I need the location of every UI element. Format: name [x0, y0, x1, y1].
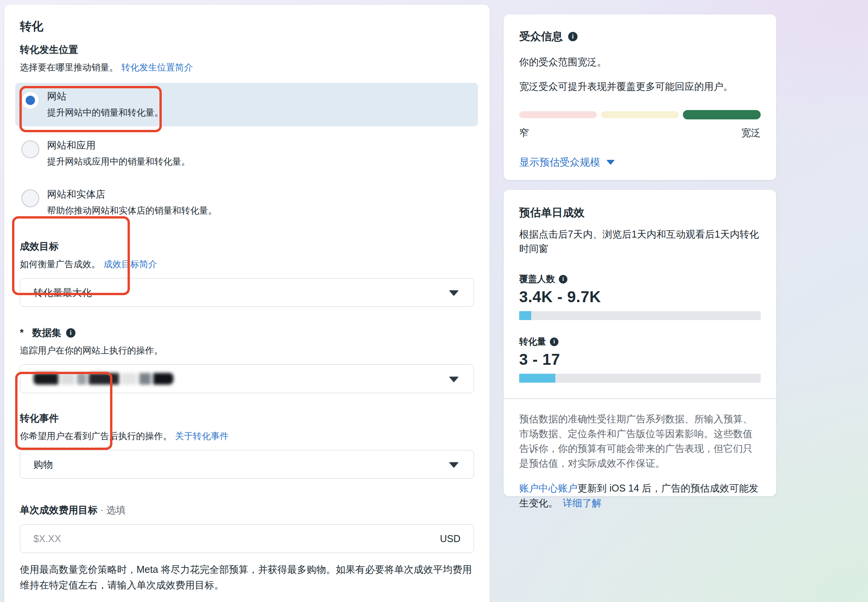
accounts-center-link[interactable]: 账户中心账户 [519, 483, 578, 494]
radio-option-website-and-store[interactable]: 网站和实体店 帮助你推动网站和实体店的销量和转化量。 [15, 181, 478, 224]
currency-label: USD [440, 533, 460, 544]
info-icon[interactable]: i [66, 328, 75, 338]
radio-option-texts: 网站和应用 提升网站或应用中的销量和转化量。 [47, 139, 190, 168]
required-asterisk: * [20, 327, 24, 338]
audience-breadth-meter [519, 110, 761, 119]
cost-goal-helper-text: 使用最高数量竞价策略时，Meta 将尽力花完全部预算，并获得最多购物。如果有必要… [20, 562, 474, 593]
radio-option-description: 提升网站中的销量和转化量。 [47, 107, 163, 119]
conversion-event-heading: 转化事件 [20, 412, 474, 425]
radio-unchecked-icon[interactable] [21, 189, 39, 207]
audience-breadth-statement: 你的受众范围宽泛。 [519, 56, 761, 68]
radio-option-description: 帮助你推动网站和实体店的销量和转化量。 [47, 205, 217, 217]
audience-breadth-explanation: 宽泛受众可提升表现并覆盖更多可能回应的用户。 [519, 80, 761, 93]
radio-option-website-and-app[interactable]: 网站和应用 提升网站或应用中的销量和转化量。 [15, 132, 478, 175]
optional-label: · 选填 [100, 504, 126, 515]
performance-goal-description: 如何衡量广告成效。成效目标简介 [20, 258, 474, 270]
info-icon[interactable]: i [559, 275, 567, 284]
cost-per-result-section: 单次成效费用目标 · 选填 $X.XX USD 使用最高数量竞价策略时，Meta… [20, 504, 474, 593]
conversion-event-select[interactable]: 购物 [20, 450, 474, 479]
conversion-location-section: 转化发生位置 选择要在哪里推动销量。转化发生位置简介 网站 提升网站中的销量和转… [20, 43, 474, 224]
cost-goal-placeholder: $X.XX [33, 533, 440, 544]
reach-label-text: 覆盖人数 [519, 273, 555, 285]
performance-goal-selected-value: 转化量最大化 [33, 286, 92, 299]
info-icon[interactable]: i [550, 338, 558, 346]
conversion-location-heading: 转化发生位置 [20, 43, 474, 56]
learn-more-link[interactable]: 详细了解 [563, 497, 602, 508]
conversion-window-subtitle: 根据点击后7天内、浏览后1天内和互动观看后1天内转化时间窗 [519, 227, 761, 256]
conversion-location-description-text: 选择要在哪里推动销量。 [20, 62, 118, 72]
show-audience-size-link[interactable]: 显示预估受众规模 [519, 156, 615, 169]
meter-segment-narrow [519, 111, 597, 118]
chevron-down-icon [449, 290, 459, 296]
performance-goal-section: 成效目标 如何衡量广告成效。成效目标简介 转化量最大化 [20, 240, 474, 307]
panel-title: 转化 [20, 19, 474, 35]
cost-per-result-heading: 单次成效费用目标 · 选填 [20, 504, 474, 516]
info-icon[interactable]: i [568, 32, 578, 41]
conversion-settings-panel: 转化 转化发生位置 选择要在哪里推动销量。转化发生位置简介 网站 提升网站中的销… [4, 5, 490, 602]
performance-goal-heading: 成效目标 [20, 240, 474, 253]
estimate-disclaimer: 预估数据的准确性受往期广告系列数据、所输入预算、市场数据、定位条件和广告版位等因… [519, 411, 761, 471]
ios14-note: 账户中心账户更新到 iOS 14 后，广告的预估成效可能发生变化。详细了解 [519, 481, 761, 510]
conversion-event-about-link[interactable]: 关于转化事件 [175, 431, 229, 441]
conversions-metric: 转化量 i 3 - 17 [519, 336, 761, 383]
scale-label-narrow: 窄 [519, 126, 529, 139]
estimated-results-title: 预估单日成效 [519, 205, 761, 220]
dataset-select[interactable] [20, 364, 474, 393]
audience-scale-labels: 窄 宽泛 [519, 126, 761, 139]
dataset-section: * 数据集 i 追踪用户在你的网站上执行的操作。 [20, 326, 474, 393]
meter-segment-broad-active [683, 110, 761, 119]
conversion-event-selected-value: 购物 [33, 458, 53, 471]
radio-option-texts: 网站和实体店 帮助你推动网站和实体店的销量和转化量。 [47, 188, 217, 217]
reach-metric-value: 3.4K - 9.7K [519, 288, 761, 306]
audience-info-title-text: 受众信息 [519, 29, 563, 44]
card-divider [504, 398, 776, 399]
estimated-daily-results-card: 预估单日成效 根据点击后7天内、浏览后1天内和互动观看后1天内转化时间窗 覆盖人… [504, 190, 776, 496]
radio-option-texts: 网站 提升网站中的销量和转化量。 [47, 90, 163, 119]
radio-option-label: 网站和应用 [47, 139, 190, 152]
conversion-location-intro-link[interactable]: 转化发生位置简介 [121, 62, 193, 72]
conversions-label-text: 转化量 [519, 336, 546, 348]
meter-segment-medium [601, 111, 679, 118]
dataset-heading: * 数据集 i [20, 326, 474, 339]
show-audience-size-label: 显示预估受众规模 [519, 156, 600, 169]
audience-info-card: 受众信息 i 你的受众范围宽泛。 宽泛受众可提升表现并覆盖更多可能回应的用户。 … [504, 14, 776, 180]
conversions-metric-label: 转化量 i [519, 336, 761, 348]
performance-goal-description-text: 如何衡量广告成效。 [20, 259, 100, 269]
conversions-metric-bar [519, 374, 761, 383]
caret-down-icon [606, 160, 615, 165]
conversion-event-description: 你希望用户在看到广告后执行的操作。关于转化事件 [20, 430, 474, 442]
cost-per-result-heading-text: 单次成效费用目标 [20, 504, 98, 515]
redacted-dataset-value [33, 373, 173, 385]
conversions-metric-value: 3 - 17 [519, 351, 761, 368]
audience-info-title: 受众信息 i [519, 29, 761, 44]
reach-metric-bar-fill [519, 311, 531, 320]
reach-metric-bar [519, 311, 761, 320]
performance-goal-intro-link[interactable]: 成效目标简介 [103, 259, 157, 269]
reach-metric: 覆盖人数 i 3.4K - 9.7K [519, 273, 761, 320]
cost-goal-input[interactable]: $X.XX USD [20, 524, 474, 553]
conversion-event-description-text: 你希望用户在看到广告后执行的操作。 [20, 431, 172, 441]
radio-option-website[interactable]: 网站 提升网站中的销量和转化量。 [15, 83, 478, 126]
radio-option-description: 提升网站或应用中的销量和转化量。 [47, 156, 190, 168]
radio-option-label: 网站 [47, 90, 163, 103]
radio-unchecked-icon[interactable] [21, 140, 39, 158]
scale-label-broad: 宽泛 [741, 126, 761, 139]
dataset-heading-text: 数据集 [32, 326, 61, 339]
radio-checked-icon[interactable] [21, 91, 39, 109]
reach-metric-label: 覆盖人数 i [519, 273, 761, 285]
estimated-results-title-text: 预估单日成效 [519, 205, 584, 220]
dataset-description: 追踪用户在你的网站上执行的操作。 [20, 345, 474, 357]
conversion-location-description: 选择要在哪里推动销量。转化发生位置简介 [20, 61, 474, 74]
chevron-down-icon [449, 376, 459, 382]
conversions-metric-bar-fill [519, 374, 555, 383]
radio-option-label: 网站和实体店 [47, 188, 217, 201]
chevron-down-icon [449, 462, 459, 468]
conversion-event-section: 转化事件 你希望用户在看到广告后执行的操作。关于转化事件 购物 [20, 412, 474, 479]
performance-goal-select[interactable]: 转化量最大化 [20, 278, 474, 307]
